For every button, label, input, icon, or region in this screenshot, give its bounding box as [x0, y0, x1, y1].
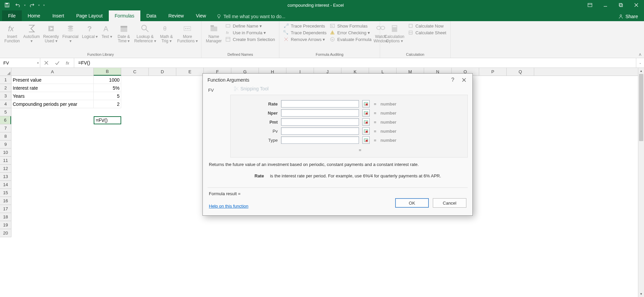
column-header-Q[interactable]: Q [507, 68, 534, 76]
arg-input-nper[interactable] [281, 109, 359, 117]
row-header-18[interactable]: 18 [0, 213, 11, 221]
row-header-4[interactable]: 4 [0, 100, 11, 108]
cell-A2[interactable]: Interest rate [11, 84, 94, 92]
row-header-7[interactable]: 7 [0, 124, 11, 132]
math-trig-button[interactable]: θMath & Trig ▾ [157, 23, 176, 52]
ok-button[interactable]: OK [395, 198, 429, 208]
tab-file[interactable]: File [2, 10, 22, 21]
define-name-button[interactable]: Define Name ▾ [225, 23, 275, 29]
row-header-5[interactable]: 5 [0, 108, 11, 116]
insert-function-button[interactable]: fxInsert Function [3, 23, 21, 52]
dialog-close-icon[interactable] [459, 75, 469, 85]
minimize-icon[interactable] [598, 0, 613, 10]
enter-formula-icon[interactable] [52, 58, 62, 68]
cell-B6[interactable]: =FV() [94, 116, 121, 124]
more-functions-button[interactable]: More Functions ▾ [177, 23, 198, 52]
insert-function-icon[interactable]: fx [62, 58, 73, 68]
cancel-formula-icon[interactable] [41, 58, 52, 68]
arg-input-type[interactable] [281, 136, 359, 144]
cell-B1[interactable]: 1000 [94, 76, 121, 84]
collapse-dialog-icon[interactable] [362, 136, 370, 144]
chevron-down-icon[interactable]: ▾ [37, 61, 39, 65]
recently-used-button[interactable]: Recently Used ▾ [42, 23, 60, 52]
trace-precedents-button[interactable]: Trace Precedents [283, 23, 326, 29]
cell-B2[interactable]: 5% [94, 84, 121, 92]
row-header-12[interactable]: 12 [0, 165, 11, 173]
column-header-E[interactable]: E [176, 68, 204, 76]
column-header-P[interactable]: P [479, 68, 507, 76]
calculation-options-button[interactable]: Calculation Options ▾ [383, 23, 406, 52]
tab-data[interactable]: Data [140, 10, 163, 21]
tell-me-input[interactable]: Tell me what you want to do... [212, 12, 289, 21]
cancel-button[interactable]: Cancel [433, 198, 466, 208]
column-header-A[interactable]: A [11, 68, 94, 76]
close-icon[interactable] [629, 0, 644, 10]
row-header-19[interactable]: 19 [0, 221, 11, 229]
row-header-3[interactable]: 3 [0, 92, 11, 100]
calculate-sheet-button[interactable]: Calculate Sheet [408, 30, 446, 35]
tab-formulas[interactable]: Formulas [109, 10, 140, 21]
tab-insert[interactable]: Insert [46, 10, 70, 21]
collapse-dialog-icon[interactable] [362, 118, 370, 126]
error-checking-button[interactable]: !Error Checking ▾ [330, 30, 371, 35]
collapse-ribbon-icon[interactable]: ᐱ [639, 53, 641, 56]
row-header-11[interactable]: 11 [0, 157, 11, 165]
cell-A3[interactable]: Years [11, 92, 94, 100]
qat-customize-icon[interactable]: ▾ [41, 4, 47, 7]
row-header-16[interactable]: 16 [0, 197, 11, 205]
tab-home[interactable]: Home [22, 10, 46, 21]
scroll-up-icon[interactable]: ▲ [638, 68, 644, 74]
dropdown-icon[interactable]: ▾ [38, 4, 40, 7]
row-header-20[interactable]: 20 [0, 229, 11, 237]
save-icon[interactable] [2, 1, 12, 9]
text-button[interactable]: AText ▾ [100, 23, 114, 52]
share-button[interactable]: Share [612, 12, 644, 21]
dialog-help-icon[interactable]: ? [451, 77, 454, 83]
collapse-dialog-icon[interactable] [362, 100, 370, 108]
column-header-C[interactable]: C [121, 68, 149, 76]
tab-review[interactable]: Review [163, 10, 190, 21]
arg-input-pmt[interactable] [281, 118, 359, 126]
name-manager-button[interactable]: Name Manager [204, 23, 223, 52]
formula-input[interactable]: =FV() [74, 58, 636, 68]
column-header-D[interactable]: D [149, 68, 176, 76]
collapse-dialog-icon[interactable] [362, 127, 370, 135]
select-all-corner[interactable] [0, 68, 11, 76]
cell-A4[interactable]: Compounding periods per year [11, 100, 94, 108]
lookup-ref-button[interactable]: Lookup & Reference ▾ [134, 23, 156, 52]
redo-icon[interactable] [27, 1, 37, 9]
ribbon-display-icon[interactable] [582, 0, 598, 10]
row-header-1[interactable]: 1 [0, 76, 11, 84]
remove-arrows-button[interactable]: Remove Arrows ▾ [283, 37, 326, 42]
trace-dependents-button[interactable]: Trace Dependents [283, 30, 326, 35]
financial-button[interactable]: Financial ▾ [61, 23, 80, 52]
arg-input-pv[interactable] [281, 127, 359, 135]
autosum-button[interactable]: AutoSum ▾ [22, 23, 41, 52]
tab-view[interactable]: View [190, 10, 212, 21]
logical-button[interactable]: ?Logical ▾ [81, 23, 99, 52]
row-header-15[interactable]: 15 [0, 189, 11, 197]
row-header-13[interactable]: 13 [0, 173, 11, 181]
vertical-scrollbar[interactable]: ▲ ▼ [638, 68, 644, 297]
cell-A1[interactable]: Present value [11, 76, 94, 84]
cell-B3[interactable]: 5 [94, 92, 121, 100]
use-in-formula-button[interactable]: fxUse in Formula ▾ [225, 30, 275, 35]
scroll-down-icon[interactable]: ▼ [638, 291, 644, 297]
evaluate-formula-button[interactable]: fxEvaluate Formula [330, 37, 371, 42]
calculate-now-button[interactable]: Calculate Now [408, 23, 446, 29]
row-header-17[interactable]: 17 [0, 205, 11, 213]
cell-B4[interactable]: 2 [94, 100, 121, 108]
row-header-10[interactable]: 10 [0, 148, 11, 157]
row-header-14[interactable]: 14 [0, 181, 11, 189]
row-header-6[interactable]: 6 [0, 116, 11, 124]
name-box[interactable]: FV▾ [0, 58, 40, 68]
arg-input-rate[interactable] [281, 100, 359, 108]
scrollbar-thumb[interactable] [639, 74, 643, 141]
row-header-8[interactable]: 8 [0, 132, 11, 140]
date-time-button[interactable]: Date & Time ▾ [114, 23, 133, 52]
dropdown-icon[interactable]: ▾ [24, 4, 26, 7]
row-header-9[interactable]: 9 [0, 140, 11, 148]
row-header-2[interactable]: 2 [0, 84, 11, 92]
tab-page-layout[interactable]: Page Layout [70, 10, 109, 21]
show-formulas-button[interactable]: fxShow Formulas [330, 23, 371, 29]
